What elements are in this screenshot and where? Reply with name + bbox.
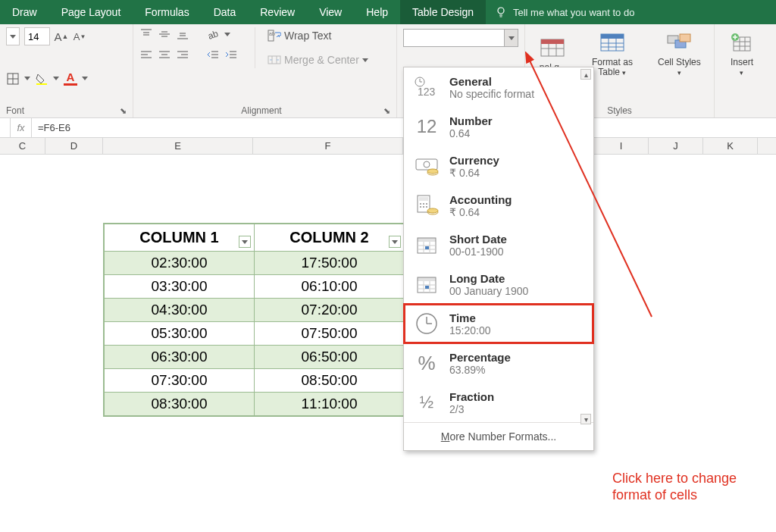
align-top-icon[interactable] [139,27,153,41]
dialog-launcher-icon[interactable]: ⬊ [383,106,390,116]
table-cell[interactable]: 06:10:00 [255,275,405,299]
decrease-indent-icon[interactable] [206,49,220,62]
calc-icon [411,192,442,219]
annotation-text: Click here to changeformat of cells [612,470,737,503]
increase-indent-icon[interactable] [224,49,238,62]
col-header[interactable]: C [0,138,45,154]
fill-color-dropdown-icon[interactable] [53,77,59,80]
tab-review[interactable]: Review [248,0,307,24]
align-right-icon[interactable] [176,49,189,62]
fill-color-icon[interactable] [35,72,48,86]
number-format-option-time[interactable]: Time15:20:00 [404,304,593,343]
font-color-icon[interactable]: A [64,72,77,86]
ribbon-group-alignment: ab ab Wrap Text [133,24,397,117]
tab-formulas[interactable]: Formulas [133,0,201,24]
table-cell[interactable]: 17:50:00 [255,252,405,275]
dropdown-scrollbar[interactable]: ▴ ▾ [580,69,592,424]
format-sample: ₹ 0.64 [449,206,512,218]
data-table: COLUMN 1 COLUMN 2 02:30:0017:50:00 03:30… [103,223,405,417]
svg-point-66 [427,169,438,174]
col-header[interactable]: I [594,138,649,154]
table-header[interactable]: COLUMN 1 [105,224,255,252]
dialog-launcher-icon[interactable]: ⬊ [120,106,127,116]
number-format-option-general[interactable]: 123GeneralNo specific format [404,67,593,107]
number-format-option-long-date[interactable]: Long Date00 January 1900 [404,264,593,304]
filter-button-icon[interactable] [239,236,251,248]
border-icon[interactable] [6,72,20,86]
cal-icon [411,231,442,258]
col-header[interactable]: F [253,138,403,154]
table-cell[interactable]: 11:10:00 [255,393,405,416]
table-header[interactable]: COLUMN 2 [255,224,405,252]
table-cell[interactable]: 06:30:00 [105,346,255,369]
table-header-label: COLUMN 1 [139,229,218,246]
merge-center-button[interactable]: Merge & Center [264,52,371,68]
table-cell[interactable]: 08:50:00 [255,369,405,393]
number-format-dropdown[interactable] [403,29,518,47]
table-cell[interactable]: 06:50:00 [255,346,405,369]
format-title: Accounting [449,193,512,206]
svg-rect-6 [36,83,47,85]
col-header[interactable]: K [703,138,758,154]
font-size-input[interactable] [24,27,50,45]
number-format-option-percentage[interactable]: %Percentage63.89% [404,343,593,383]
align-left-icon[interactable] [139,49,153,62]
format-sample: 0.64 [449,127,493,139]
wrap-text-button[interactable]: ab Wrap Text [264,27,371,44]
tab-view[interactable]: View [307,0,354,24]
number-format-option-accounting[interactable]: Accounting₹ 0.64 [404,186,593,225]
menu-bar: Draw Page Layout Formulas Data Review Vi… [0,0,776,24]
align-middle-icon[interactable] [158,27,171,41]
fx-icon[interactable]: fx [11,118,32,137]
name-box[interactable] [0,118,11,137]
number-format-option-fraction[interactable]: ½Fraction 2/3 [404,383,593,422]
ribbon-group-cells: Insert▾ [715,24,769,117]
orientation-dropdown-icon[interactable] [224,33,230,36]
tell-me[interactable]: Tell me what you want to do [513,7,634,18]
cell-styles-button[interactable]: Cell Styles ▾ [651,27,708,81]
ribbon-group-font: A▲ A▼ A Font ⬊ [0,24,133,117]
tab-help[interactable]: Help [354,0,400,24]
table-cell[interactable]: 03:30:00 [105,275,255,299]
border-dropdown-icon[interactable] [24,77,30,80]
svg-point-73 [423,206,424,208]
worksheet-grid[interactable]: COLUMN 1 COLUMN 2 02:30:0017:50:00 03:30… [0,155,776,532]
cell-styles-label: Cell Styles [658,57,701,67]
table-cell[interactable]: 08:30:00 [105,393,255,416]
font-color-dropdown-icon[interactable] [82,77,88,80]
table-cell[interactable]: 07:50:00 [255,322,405,346]
more-number-formats[interactable]: MMore Number Formats...ore Number Format… [404,422,593,450]
col-header[interactable]: J [649,138,703,154]
tab-data[interactable]: Data [202,0,249,24]
col-header[interactable]: D [45,138,103,154]
filter-button-icon[interactable] [389,236,401,248]
table-cell[interactable]: 04:30:00 [105,299,255,322]
increase-font-icon[interactable]: A▲ [55,30,68,43]
number-format-option-currency[interactable]: Currency₹ 0.64 [404,146,593,186]
tab-page-layout[interactable]: Page Layout [49,0,133,24]
insert-label: Insert [731,57,753,67]
scroll-up-icon[interactable]: ▴ [580,69,591,80]
svg-rect-38 [541,39,564,44]
format-title: Number [449,114,493,127]
insert-button[interactable]: Insert▾ [721,27,763,81]
scroll-down-icon[interactable]: ▾ [580,414,591,424]
align-bottom-icon[interactable] [176,27,189,41]
tab-draw[interactable]: Draw [0,0,49,24]
table-cell[interactable]: 05:30:00 [105,322,255,346]
lightbulb-icon [495,6,507,18]
tab-table-design[interactable]: Table Design [400,0,486,24]
align-center-icon[interactable] [158,49,171,62]
number-format-option-number[interactable]: 12Number0.64 [404,107,593,146]
col-header[interactable]: E [103,138,253,154]
table-cell[interactable]: 07:20:00 [255,299,405,322]
decrease-font-icon[interactable]: A▼ [73,30,86,43]
table-cell[interactable]: 02:30:00 [105,252,255,275]
table-cell[interactable]: 07:30:00 [105,369,255,393]
merge-center-dropdown-icon[interactable] [362,58,368,62]
formula-input[interactable]: =F6-E6 [32,122,70,133]
font-name-dropdown[interactable] [6,27,20,45]
conditional-formatting-icon [539,36,566,63]
number-format-option-short-date[interactable]: Short Date00-01-1900 [404,225,593,264]
orientation-icon[interactable]: ab [206,27,220,41]
